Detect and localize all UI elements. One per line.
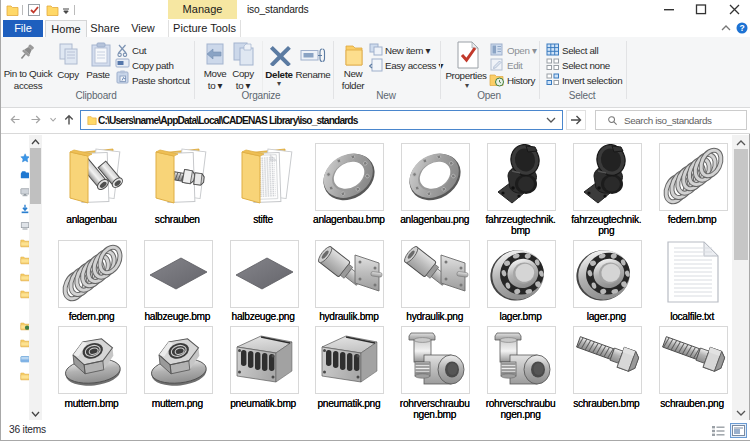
svg-text:?: ? xyxy=(739,23,744,33)
